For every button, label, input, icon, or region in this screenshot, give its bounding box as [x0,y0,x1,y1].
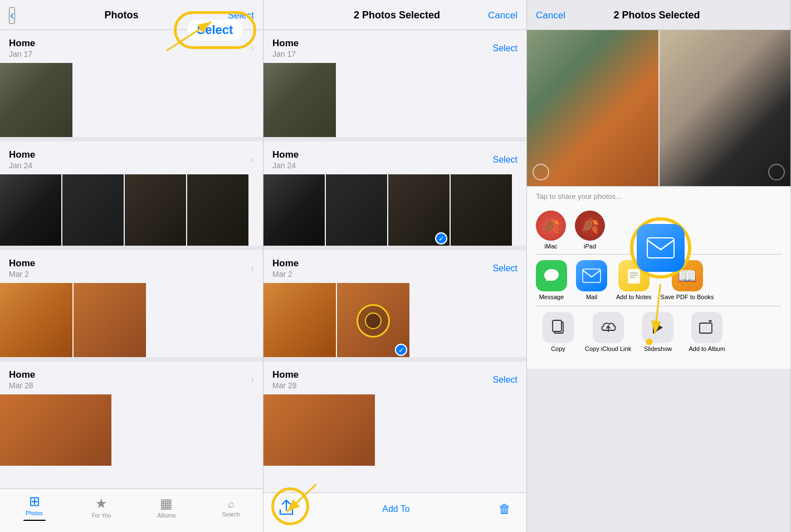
copy-icon [543,312,574,343]
select-button-p1[interactable]: Select [228,10,254,21]
action-copy[interactable]: Copy [536,312,580,352]
photos-nav-label: Photos [26,510,43,516]
message-svg [543,268,560,284]
photo-cell-jan24-3[interactable] [125,174,186,246]
section-jan17-chevron: › [251,42,254,54]
action-icloud[interactable]: Copy iCloud Link [585,312,631,352]
section-mar2-p1: Home Mar 2 › [0,250,263,282]
tap-hint: Tap to share your photos... [527,187,790,203]
photo-cell-jan24-p2-2[interactable] [326,174,387,246]
share-photos-row [527,30,790,186]
notes-icon [618,260,650,291]
albums-nav-icon: ▦ [160,496,173,511]
icloud-icon [593,312,624,343]
add-to-button-p2[interactable]: Add To [382,504,410,514]
photo-cell-jan17-1[interactable] [0,63,72,137]
photo-cell-jan24-p2-1[interactable] [263,174,325,246]
section-mar28-p1: Home Mar 28 › [0,362,263,393]
bottom-toolbar-p2: Add To 🗑 [263,492,526,532]
photo-cell-mar28-1[interactable] [0,394,111,466]
section-jan24-subtitle: Jan 24 [9,161,35,170]
photo-cell-mar2-1[interactable] [0,283,72,357]
back-button[interactable]: ‹ [9,7,15,24]
airdrop-circle-2 [768,164,785,180]
action-addalbum[interactable]: Add to Album [685,312,729,352]
divider-p2-3 [263,357,526,362]
cancel-button-p3[interactable]: Cancel [536,10,565,21]
section-mar2-p2-title: Home [272,258,299,269]
section-mar2-p2: Home Mar 2 Select [263,250,526,282]
books-label: Save PDF to Books [661,294,714,300]
mail-svg [582,269,601,283]
share-thumb-1[interactable] [527,30,658,186]
section-mar28-title-group: Home Mar 28 [9,369,35,390]
section-mar2-p2-group: Home Mar 2 [272,258,299,279]
nav-search[interactable]: ⌕ Search [222,497,240,518]
trash-button-p2[interactable]: 🗑 [499,502,511,516]
nav-photos[interactable]: ⊞ Photos [23,494,46,521]
action-slideshow[interactable]: Slideshow [636,312,680,352]
photo-cell-jan24-2[interactable] [62,174,124,246]
nav-albums[interactable]: ▦ Albums [157,496,175,519]
contacts-row: 🍂 iMac 🍂 iPad [527,203,790,254]
photo-cell-jan24-p2-4[interactable] [451,174,512,246]
photo-check-mar2-p2: ✓ [395,344,407,356]
panel-1-scroll: Home Jan 17 › Home Jan 24 › [0,30,263,489]
select-mar28-p2[interactable]: Select [493,375,517,385]
section-jan17-title-group: Home Jan 17 [9,38,35,58]
section-jan17-subtitle: Jan 17 [9,50,35,58]
cancel-button-p2[interactable]: Cancel [488,10,517,21]
section-mar2-p2-subtitle: Mar 2 [272,270,299,279]
divider-1 [0,137,263,141]
svg-rect-4 [583,269,600,282]
photo-cell-jan24-p2-3[interactable]: ✓ [388,174,450,246]
share-thumb-2[interactable] [660,30,791,186]
message-icon [536,260,567,291]
addalbum-label: Add to Album [689,345,725,352]
section-jan24-chevron: › [251,154,254,165]
share-button-p2[interactable] [279,500,294,519]
mail-app-icon [576,260,607,291]
select-jan17-p2[interactable]: Select [493,43,517,53]
books-icon: 📖 [672,260,703,291]
nav-foryou[interactable]: ★ For You [92,496,111,519]
photo-cell-jan24-1[interactable] [0,174,61,246]
photo-cell-jan17-p2-1[interactable] [263,63,336,137]
photo-cell-mar28-p2-1[interactable] [263,394,375,466]
divider-2 [0,246,263,250]
section-jan24-p2: Home Jan 24 Select [263,141,526,173]
panel-1-header: ‹ Photos Select [0,0,263,30]
section-jan24-p2-title: Home [272,149,299,160]
photo-cell-jan24-4[interactable] [187,174,248,246]
select-jan24-p2[interactable]: Select [493,155,517,165]
svg-rect-12 [700,323,712,333]
panel-2: 2 Photos Selected Cancel Home Jan 17 Sel… [263,0,527,532]
photo-cell-mar2-p2-1[interactable] [263,283,336,357]
contact-imac[interactable]: 🍂 iMac [536,211,566,250]
photo-grid-mar28-p1 [0,393,263,466]
select-mar2-p2[interactable]: Select [493,263,517,274]
section-jan17-p2: Home Jan 17 Select [263,30,526,62]
section-mar2-title-group: Home Mar 2 [9,258,35,279]
app-notes[interactable]: Add to Notes [616,260,652,300]
app-books[interactable]: 📖 Save PDF to Books [661,260,714,300]
photo-cell-mar2-p2-2[interactable]: ✓ [337,283,409,357]
photo-cell-mar2-2[interactable] [74,283,146,357]
apps-row: Message Mail [527,255,790,306]
section-mar28-p2-subtitle: Mar 28 [272,381,299,390]
section-jan17-title: Home [9,38,35,49]
section-mar28-subtitle: Mar 28 [9,381,35,390]
contact-ipad[interactable]: 🍂 iPad [575,211,605,250]
section-jan24-p2-group: Home Jan 24 [272,149,299,170]
app-mail[interactable]: Mail [576,260,607,300]
section-mar2-title: Home [9,258,35,269]
mail-app-label: Mail [586,294,597,300]
section-jan24-p2-subtitle: Jan 24 [272,161,299,170]
panel-3-header: Cancel 2 Photos Selected [527,0,790,30]
section-jan17-p2-subtitle: Jan 17 [272,50,299,58]
section-mar2-subtitle: Mar 2 [9,270,35,279]
svg-rect-10 [553,320,561,331]
section-jan17-p1: Home Jan 17 › [0,30,263,62]
app-message[interactable]: Message [536,260,567,300]
section-jan17-p2-group: Home Jan 17 [272,38,299,58]
